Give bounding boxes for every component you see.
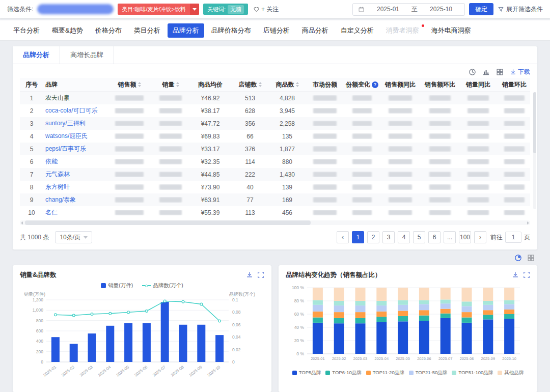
redacted-cell bbox=[380, 95, 420, 101]
sort-icon[interactable] bbox=[296, 82, 299, 87]
category-filter-tag[interactable]: 类目:咖啡/麦片/冲饮>饮料 bbox=[118, 4, 199, 15]
legend-TOP5品牌[interactable]: TOP5品牌 bbox=[292, 370, 321, 376]
redacted-value bbox=[159, 197, 182, 203]
page-button-4[interactable]: 4 bbox=[398, 231, 410, 243]
download-button[interactable]: 下载 bbox=[510, 68, 530, 76]
brand-link[interactable]: coca-cola/可口可乐 bbox=[45, 106, 98, 115]
redacted-cell bbox=[460, 210, 497, 215]
vertical-scrollbar-thumb[interactable] bbox=[533, 92, 536, 153]
brand-cell: 依能 bbox=[43, 157, 106, 166]
legend-品牌数(万个)[interactable]: 品牌数(万个) bbox=[142, 282, 183, 289]
vertical-scrollbar[interactable] bbox=[533, 92, 536, 209]
brand-link[interactable]: pepsi/百事可乐 bbox=[45, 145, 86, 153]
layout-grid-icon[interactable] bbox=[527, 254, 535, 262]
legend-其他品牌[interactable]: 其他品牌 bbox=[498, 370, 524, 376]
follow-button[interactable]: + 关注 bbox=[253, 5, 279, 14]
redacted-cell bbox=[344, 108, 380, 114]
sort-icon[interactable] bbox=[138, 82, 141, 87]
horizontal-scrollbar[interactable] bbox=[20, 220, 530, 225]
column-header-商品数[interactable]: 商品数 bbox=[268, 80, 306, 89]
redacted-value bbox=[352, 95, 372, 101]
legend-TOP51-100品牌[interactable]: TOP51-100品牌 bbox=[452, 370, 493, 376]
redacted-cell bbox=[380, 108, 420, 114]
legend-销量(万件)[interactable]: 销量(万件) bbox=[101, 282, 133, 289]
redacted-cell bbox=[420, 146, 460, 152]
page-size-select[interactable]: 10条/页 bbox=[55, 231, 92, 243]
svg-text:2025-05: 2025-05 bbox=[116, 365, 130, 378]
date-range-picker[interactable]: 2025-01 至 2025-10 bbox=[352, 3, 465, 16]
redacted-value bbox=[313, 184, 337, 190]
expand-filters-link[interactable]: 展开筛选条件 bbox=[498, 5, 543, 14]
page-button-6[interactable]: 6 bbox=[428, 231, 441, 243]
goto-page-input[interactable] bbox=[505, 232, 521, 243]
legend-TOP11-20品牌[interactable]: TOP11-20品牌 bbox=[366, 370, 404, 376]
brand-link[interactable]: watsons/屈臣氏 bbox=[45, 132, 88, 141]
tab-类目分析[interactable]: 类目分析 bbox=[129, 23, 166, 38]
bar-chart-icon[interactable] bbox=[482, 68, 490, 76]
fullscreen-icon[interactable] bbox=[523, 271, 530, 278]
tab-店铺分析[interactable]: 店铺分析 bbox=[258, 23, 295, 38]
brand-link[interactable]: suntory/三得利 bbox=[45, 119, 86, 128]
chart-download-icon[interactable] bbox=[246, 271, 253, 278]
redacted-cell bbox=[420, 95, 460, 101]
redacted-value bbox=[313, 210, 337, 215]
tab-品牌价格分布[interactable]: 品牌价格分布 bbox=[206, 23, 256, 38]
column-settings-icon[interactable] bbox=[496, 68, 504, 76]
fullscreen-icon[interactable] bbox=[257, 271, 264, 278]
tab-概要&趋势[interactable]: 概要&趋势 bbox=[47, 23, 88, 38]
redacted-value bbox=[115, 133, 144, 139]
page-button-100[interactable]: 100 bbox=[459, 231, 471, 243]
page-button-2[interactable]: 2 bbox=[367, 231, 379, 243]
info-icon[interactable]: ? bbox=[372, 81, 378, 88]
table-row: 5pepsi/百事可乐¥33.173761,877 bbox=[20, 143, 530, 155]
history-icon[interactable] bbox=[469, 68, 476, 76]
confirm-button[interactable]: 确定 bbox=[469, 3, 493, 15]
subtab-品牌分析[interactable]: 品牌分析 bbox=[13, 46, 60, 64]
redacted-value bbox=[389, 172, 412, 177]
column-header-店铺数[interactable]: 店铺数 bbox=[232, 80, 268, 89]
svg-text:0.06: 0.06 bbox=[232, 322, 241, 327]
next-page-button[interactable]: › bbox=[474, 231, 486, 243]
category-dropdown-caret[interactable] bbox=[190, 4, 199, 15]
tab-平台分析[interactable]: 平台分析 bbox=[8, 23, 45, 38]
redacted-cell bbox=[344, 184, 380, 190]
column-header-销售额[interactable]: 销售额 bbox=[106, 80, 152, 89]
legend-TOP21-50品牌[interactable]: TOP21-50品牌 bbox=[409, 370, 448, 376]
sort-icon[interactable] bbox=[259, 82, 262, 87]
cell: ¥38.17 bbox=[189, 107, 232, 115]
redacted-cell bbox=[380, 159, 420, 164]
subtab-高增长品牌[interactable]: 高增长品牌 bbox=[60, 46, 114, 64]
brand-link[interactable]: chang/泰象 bbox=[45, 195, 76, 204]
page-ellipsis[interactable]: ... bbox=[444, 231, 456, 243]
keyword-filter-tag[interactable]: 关键词: 无糖 bbox=[203, 4, 248, 15]
redacted-cell bbox=[497, 133, 532, 139]
tab-价格分布[interactable]: 价格分布 bbox=[90, 23, 127, 38]
brand-link[interactable]: 东方树叶 bbox=[45, 183, 70, 191]
chart-download-icon[interactable] bbox=[512, 271, 519, 278]
horizontal-scrollbar-thumb[interactable] bbox=[25, 220, 311, 225]
tab-商品分析[interactable]: 商品分析 bbox=[297, 23, 334, 38]
date-end-value[interactable]: 2025-10 bbox=[423, 6, 459, 13]
brand-link[interactable]: 依能 bbox=[45, 157, 58, 166]
legend-TOP6-10品牌[interactable]: TOP6-10品牌 bbox=[325, 370, 361, 376]
scroll-right-arrow-icon[interactable] bbox=[527, 221, 529, 225]
redacted-value bbox=[115, 121, 144, 126]
brand-link[interactable]: 名仁 bbox=[45, 208, 58, 217]
column-header-销量[interactable]: 销量 bbox=[152, 80, 189, 89]
tab-品牌分析[interactable]: 品牌分析 bbox=[168, 23, 204, 38]
scroll-left-arrow-icon[interactable] bbox=[21, 221, 23, 225]
date-start-value[interactable]: 2025-01 bbox=[370, 6, 406, 13]
redacted-cell bbox=[344, 197, 380, 203]
brand-link[interactable]: 元气森林 bbox=[45, 170, 70, 179]
time-pie-icon[interactable] bbox=[514, 254, 522, 262]
sort-icon[interactable] bbox=[176, 82, 179, 87]
tab-海外电商洞察[interactable]: 海外电商洞察 bbox=[426, 23, 476, 38]
redacted-value bbox=[159, 172, 182, 177]
page-button-5[interactable]: 5 bbox=[413, 231, 425, 243]
page-button-1[interactable]: 1 bbox=[352, 231, 364, 243]
prev-page-button[interactable]: ‹ bbox=[337, 231, 349, 243]
svg-text:2025-08: 2025-08 bbox=[170, 365, 185, 378]
tab-自定义分析[interactable]: 自定义分析 bbox=[336, 23, 379, 38]
page-button-3[interactable]: 3 bbox=[382, 231, 395, 243]
tab-消费者洞察[interactable]: 消费者洞察 bbox=[381, 23, 424, 38]
